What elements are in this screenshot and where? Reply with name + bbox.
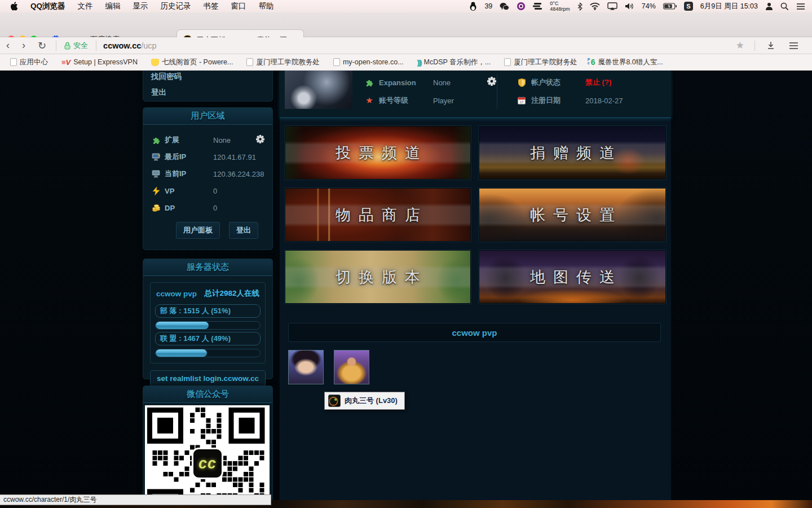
server-status-title: 服务器状态 (143, 259, 272, 276)
bookmark-xmut-jwc[interactable]: 厦门理工学院教务处 (242, 58, 324, 67)
link-recover-password[interactable]: 找回密码 (143, 71, 272, 85)
security-label: 安全 (73, 41, 88, 51)
divider (497, 74, 497, 109)
lock-icon (64, 42, 70, 50)
star-icon: ★ (364, 95, 374, 106)
row-expansion: 扩展 None (143, 132, 272, 148)
banner-switch-version[interactable]: 切换版本 (285, 250, 471, 304)
mcdsp-icon: ))) (417, 58, 421, 67)
bookmarks-bar: 应用中心 ≡VSetup | ExpressVPN 七线阁首页 - Powere… (0, 54, 812, 71)
wifi-icon[interactable] (590, 2, 600, 10)
temp-fan-readout[interactable]: 0°C4848rpm (550, 1, 570, 12)
character-avatar-1[interactable] (288, 350, 324, 384)
divider (96, 41, 96, 51)
wechat-status-icon[interactable] (500, 2, 509, 11)
menubar-app-name[interactable]: QQ浏览器 (30, 1, 65, 11)
bookmark-qixiange[interactable]: 七线阁首页 - Powere... (147, 58, 237, 67)
alliance-progressbar (155, 349, 261, 357)
gear-icon[interactable] (487, 77, 496, 88)
macos-menubar: QQ浏览器 文件 编辑 显示 历史记录 书签 窗口 帮助 39 0°C (0, 0, 812, 12)
user-panel-button[interactable]: 用户面板 (176, 222, 220, 239)
row-current-ip: 当前IP 120.36.224.238 (143, 165, 272, 182)
bookmark-app-center[interactable]: 应用中心 (6, 58, 52, 67)
alliance-progress-fill (156, 349, 207, 357)
horde-progress-fill (156, 322, 209, 329)
banner-vote[interactable]: 投票频道 (285, 126, 471, 179)
user-status-icon[interactable] (765, 2, 773, 10)
menu-file[interactable]: 文件 (78, 1, 93, 11)
expansion-label: Expansion (379, 78, 429, 87)
character-portrait-image (285, 71, 352, 109)
apple-menu-icon[interactable] (10, 2, 18, 11)
reload-button[interactable]: ↻ (32, 40, 52, 52)
link-logout[interactable]: 登出 (143, 85, 272, 100)
row-value: None (213, 136, 256, 144)
row-value: 0 (213, 187, 264, 195)
menubar-datetime[interactable]: 6月9日 周日 15:03 (700, 2, 758, 11)
bookmark-mcdsp[interactable]: )))McDSP 音乐制作，... (413, 58, 496, 67)
alliance-count: 联 盟 : 1467 人 (49%) (155, 332, 261, 345)
character-avatar-2[interactable] (334, 350, 369, 384)
row-value: 120.41.67.91 (213, 153, 264, 161)
bookmark-wow-hunter[interactable]: Pc6魔兽世界8.0猎人宝... (586, 58, 668, 67)
status-url: ccwow.cc/character/1/肉丸三号 (3, 495, 96, 505)
realmlist-button[interactable]: set realmlist login.ccwow.cc (150, 370, 266, 387)
status-label: 帐户状态 (531, 77, 581, 87)
bookmark-xmut-cwc[interactable]: 厦门理工学院财务处 (500, 58, 582, 67)
regdate-value: 2018-02-27 (585, 97, 623, 105)
puzzle-icon (151, 136, 161, 144)
istat-status-icon[interactable] (533, 2, 542, 10)
banner-label: 投票频道 (285, 126, 471, 179)
banner-label: 切换版本 (285, 251, 471, 303)
qq-status-icon[interactable] (469, 2, 477, 11)
regdate-label: 注册日期 (531, 95, 581, 106)
battery-icon[interactable] (663, 3, 677, 10)
browser-tabbar: ccwow_百度搜索 W 用户面板 - ccwow-魔兽60怀旧 × + (0, 12, 812, 37)
banner-donate[interactable]: 捐赠频道 (479, 126, 666, 179)
url-path: /ucp (141, 41, 156, 50)
horde-progressbar (155, 321, 261, 330)
bookmark-expressvpn[interactable]: ≡VSetup | ExpressVPN (57, 58, 142, 67)
qq-unread-count: 39 (484, 2, 492, 10)
banner-shop[interactable]: 物品商店 (285, 188, 471, 242)
input-method-icon[interactable]: S (684, 2, 693, 11)
menu-history[interactable]: 历史记录 (161, 1, 191, 11)
logout-button[interactable]: 登出 (229, 222, 258, 239)
security-badge[interactable]: 安全 (60, 41, 92, 51)
monitor-icon (151, 170, 161, 178)
menu-help[interactable]: 帮助 (259, 1, 274, 11)
realm-status-box: ccwow pvp 总计2982人在线 部 落 : 1515 人 (51%) 联… (150, 282, 266, 364)
menu-window[interactable]: 窗口 (231, 1, 246, 11)
server-status-panel: 服务器状态 ccwow pvp 总计2982人在线 部 落 : 1515 人 (… (143, 259, 273, 379)
spotlight-search-icon[interactable] (780, 2, 789, 11)
wechat-qr-code: cc (145, 405, 270, 508)
downloads-icon[interactable] (761, 41, 781, 50)
account-links-panel: 找回密码 登出 (143, 71, 273, 102)
banner-account-settings[interactable]: 帐号设置 (479, 188, 666, 242)
menu-bookmarks[interactable]: 书签 (204, 1, 219, 11)
address-bar[interactable]: ccwow.cc/ucp (103, 41, 157, 50)
shield-icon (517, 78, 527, 87)
bookmark-open-store[interactable]: my-open-store.co... (329, 58, 408, 66)
menu-view[interactable]: 显示 (133, 1, 148, 11)
notification-center-icon[interactable] (796, 3, 805, 10)
page-icon (504, 58, 511, 66)
browser-navbar: ‹ › ↻ 安全 ccwow.cc/ucp ★ (0, 37, 812, 54)
gear-icon[interactable] (256, 135, 264, 146)
volume-icon[interactable] (625, 2, 634, 10)
status-value-banned[interactable]: 禁止 (?) (585, 77, 611, 87)
row-label: DP (165, 204, 213, 212)
page-icon (10, 58, 17, 66)
airplay-display-icon[interactable] (607, 2, 617, 10)
back-button[interactable]: ‹ (0, 40, 16, 51)
bluetooth-icon[interactable] (577, 2, 582, 11)
menu-edit[interactable]: 编辑 (105, 1, 121, 11)
row-vp: VP 0 (143, 182, 272, 199)
banner-map-teleport[interactable]: 地图传送 (479, 250, 666, 304)
bookmark-star-icon[interactable]: ★ (731, 40, 749, 51)
browser-menu-icon[interactable] (783, 42, 804, 50)
record-status-icon[interactable] (517, 2, 526, 11)
expansion-row: Expansion None (364, 76, 496, 89)
forward-button[interactable]: › (16, 40, 32, 51)
page-icon (246, 58, 253, 66)
